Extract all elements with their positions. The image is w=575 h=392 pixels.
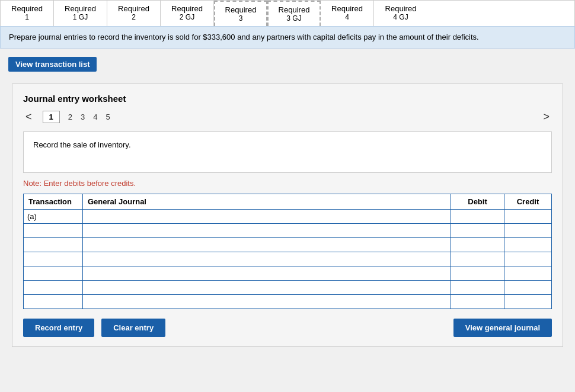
row4-debit[interactable] — [451, 252, 504, 266]
row1-credit[interactable] — [504, 209, 552, 223]
col-header-journal: General Journal — [83, 194, 451, 209]
clear-entry-button[interactable]: Clear entry — [101, 319, 165, 337]
col-header-transaction: Transaction — [24, 194, 83, 209]
journal-table: Transaction General Journal Debit Credit… — [23, 194, 552, 309]
active-step[interactable]: 1 — [43, 111, 60, 123]
row1-credit-input[interactable] — [508, 212, 548, 221]
tab-required-2gj[interactable]: Required 2 GJ — [161, 1, 214, 26]
row3-journal[interactable] — [83, 237, 451, 252]
tab-required-2[interactable]: Required 2 — [107, 1, 161, 26]
view-transaction-button[interactable]: View transaction list — [8, 57, 97, 72]
note-text: Note: Enter debits before credits. — [23, 179, 552, 188]
col-header-debit: Debit — [451, 194, 504, 209]
row4-journal-input[interactable] — [87, 255, 447, 264]
tab-required-4gj[interactable]: Required 4 GJ — [374, 1, 427, 26]
table-row — [24, 266, 552, 280]
row4-credit-input[interactable] — [508, 255, 548, 264]
row3-transaction — [24, 237, 83, 252]
record-entry-button[interactable]: Record entry — [23, 319, 94, 337]
row6-debit[interactable] — [451, 280, 504, 294]
row5-credit[interactable] — [504, 266, 552, 280]
step-nav: < 1 2 3 4 5 > — [23, 111, 552, 123]
row1-debit-input[interactable] — [455, 212, 500, 221]
row3-credit[interactable] — [504, 237, 552, 252]
row1-transaction: (a) — [24, 209, 83, 223]
tab-required-1[interactable]: Required 1 — [1, 1, 54, 26]
row5-debit[interactable] — [451, 266, 504, 280]
row7-debit-input[interactable] — [455, 297, 500, 306]
row7-credit-input[interactable] — [508, 297, 548, 306]
step-3[interactable]: 3 — [81, 113, 85, 121]
next-step-button[interactable]: > — [541, 111, 552, 123]
worksheet-title: Journal entry worksheet — [23, 94, 552, 104]
row7-journal-input[interactable] — [87, 297, 447, 306]
tab-required-1gj[interactable]: Required 1 GJ — [54, 1, 107, 26]
row2-journal[interactable] — [83, 223, 451, 237]
row3-debit-input[interactable] — [455, 240, 500, 249]
table-row — [24, 223, 552, 237]
description-box: Record the sale of inventory. — [23, 131, 552, 173]
col-header-credit: Credit — [504, 194, 552, 209]
table-row — [24, 280, 552, 294]
step-4[interactable]: 4 — [93, 113, 97, 121]
step-5[interactable]: 5 — [106, 113, 110, 121]
row4-credit[interactable] — [504, 252, 552, 266]
view-general-journal-button[interactable]: View general journal — [453, 319, 552, 337]
view-btn-row: View transaction list — [0, 53, 575, 78]
row6-journal-input[interactable] — [87, 283, 447, 292]
step-2[interactable]: 2 — [68, 113, 72, 121]
table-row — [24, 294, 552, 309]
table-row — [24, 252, 552, 266]
row2-credit[interactable] — [504, 223, 552, 237]
worksheet-container: Journal entry worksheet < 1 2 3 4 5 > Re… — [0, 78, 575, 353]
row7-credit[interactable] — [504, 294, 552, 309]
tab-bar: Required 1 Required 1 GJ Required 2 Requ… — [0, 0, 575, 26]
row5-credit-input[interactable] — [508, 269, 548, 278]
row1-debit[interactable] — [451, 209, 504, 223]
row6-debit-input[interactable] — [455, 283, 500, 292]
row7-journal[interactable] — [83, 294, 451, 309]
table-row: (a) — [24, 209, 552, 223]
row3-journal-input[interactable] — [87, 240, 447, 249]
row1-journal-input[interactable] — [87, 212, 447, 221]
row6-transaction — [24, 280, 83, 294]
info-text: Prepare journal entries to record the in… — [9, 33, 479, 41]
row6-journal[interactable] — [83, 280, 451, 294]
row2-transaction — [24, 223, 83, 237]
table-row — [24, 237, 552, 252]
tab-required-4[interactable]: Required 4 — [321, 1, 374, 26]
row3-credit-input[interactable] — [508, 240, 548, 249]
row6-credit[interactable] — [504, 280, 552, 294]
row2-credit-input[interactable] — [508, 226, 548, 235]
tab-required-3[interactable]: Required 3 — [214, 1, 267, 26]
action-btn-row: Record entry Clear entry View general jo… — [23, 319, 552, 337]
row1-journal[interactable] — [83, 209, 451, 223]
row5-journal-input[interactable] — [87, 269, 447, 278]
info-bar: Prepare journal entries to record the in… — [0, 26, 575, 49]
row5-journal[interactable] — [83, 266, 451, 280]
row7-debit[interactable] — [451, 294, 504, 309]
row6-credit-input[interactable] — [508, 283, 548, 292]
worksheet-box: Journal entry worksheet < 1 2 3 4 5 > Re… — [12, 83, 563, 347]
row3-debit[interactable] — [451, 237, 504, 252]
row4-debit-input[interactable] — [455, 255, 500, 264]
row5-debit-input[interactable] — [455, 269, 500, 278]
tab-required-3gj[interactable]: Required 3 GJ — [267, 1, 321, 26]
row2-journal-input[interactable] — [87, 226, 447, 235]
row2-debit-input[interactable] — [455, 226, 500, 235]
description-text: Record the sale of inventory. — [33, 140, 131, 149]
row2-debit[interactable] — [451, 223, 504, 237]
row4-transaction — [24, 252, 83, 266]
row7-transaction — [24, 294, 83, 309]
prev-step-button[interactable]: < — [23, 111, 34, 123]
row4-journal[interactable] — [83, 252, 451, 266]
row5-transaction — [24, 266, 83, 280]
